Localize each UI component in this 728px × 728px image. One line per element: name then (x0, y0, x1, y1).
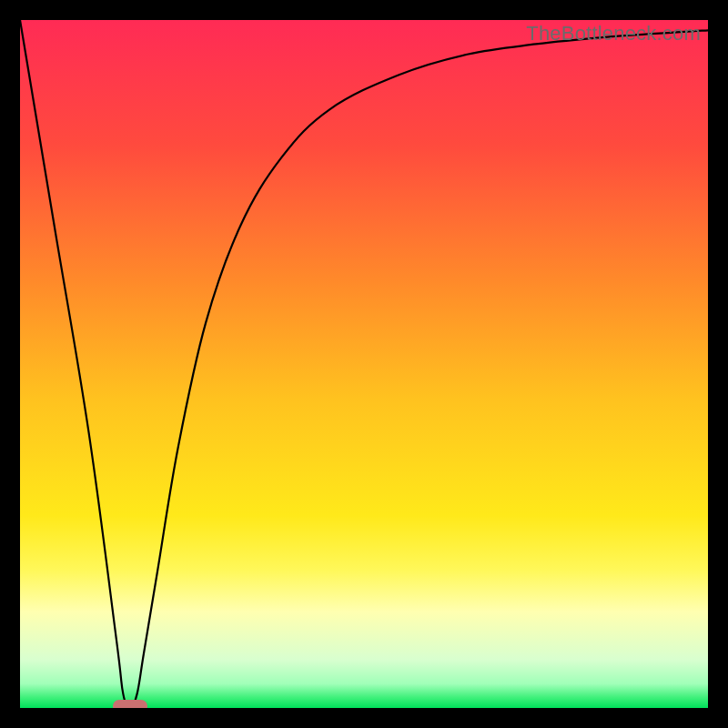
chart-frame: TheBottleneck.com (0, 0, 728, 728)
gradient-background (20, 20, 708, 708)
optimum-marker (113, 700, 147, 708)
chart-svg (20, 20, 708, 708)
watermark-text: TheBottleneck.com (526, 22, 701, 46)
plot-area: TheBottleneck.com (20, 20, 708, 708)
